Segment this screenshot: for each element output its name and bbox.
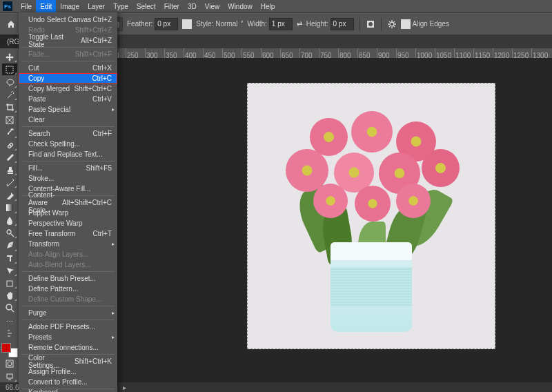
menu-item-content-aware-scale[interactable]: Content-Aware ScaleAlt+Shift+Ctrl+C [19,197,117,208]
history-brush-icon[interactable] [2,177,17,188]
menu-edit[interactable]: Edit [36,0,56,12]
menu-item-stroke[interactable]: Stroke... [19,173,117,184]
menu-select[interactable]: Select [132,0,160,12]
menu-item-define-pattern[interactable]: Define Pattern... [19,284,117,294]
stamp-tool-icon[interactable] [2,164,17,176]
eyedropper-tool-icon[interactable] [2,126,17,138]
zoom-tool-icon[interactable] [2,302,17,314]
menu-item-label: Stroke... [28,175,54,182]
menu-item-label: Paste [28,95,46,103]
menu-item-label: Presets [28,333,52,341]
healing-tool-icon[interactable] [2,139,17,151]
menu-item-define-brush-preset[interactable]: Define Brush Preset... [19,273,117,284]
menu-item-find-and-replace-text[interactable]: Find and Replace Text... [19,149,117,159]
brush-tool-icon[interactable] [2,152,17,164]
menu-window[interactable]: Window [224,0,257,12]
menu-item-shortcut: Shift+Ctrl+K [75,357,112,365]
menu-item-undo-select-canvas[interactable]: Undo Select CanvasCtrl+Z [19,14,117,25]
antialias-checkbox[interactable] [182,19,192,29]
menu-item-assign-profile[interactable]: Assign Profile... [19,366,117,377]
style-value[interactable]: Normal [215,20,237,28]
menu-item-remote-connections[interactable]: Remote Connections... [19,342,117,353]
frame-tool-icon[interactable] [2,114,17,126]
more-tools-icon[interactable]: ⋯ [2,315,17,327]
menu-item-label: Clear [28,116,45,124]
menu-filter[interactable]: Filter [160,0,184,12]
menu-item-copy-merged[interactable]: Copy MergedShift+Ctrl+C [19,84,117,94]
menu-item-copy[interactable]: CopyCtrl+C [19,73,117,84]
hand-tool-icon[interactable] [2,290,17,302]
blur-tool-icon[interactable] [2,215,17,226]
menu-item-transform[interactable]: Transform▸ [19,239,117,249]
chevron-right-icon[interactable]: ▸ [123,384,126,391]
crop-tool-icon[interactable] [2,101,17,113]
menu-item-clear[interactable]: Clear [19,115,117,125]
svg-point-17 [6,304,12,310]
text-tool-icon[interactable] [2,253,17,264]
menu-item-adobe-pdf-presets[interactable]: Adobe PDF Presets... [19,322,117,332]
menu-item-puppet-warp[interactable]: Puppet Warp [19,208,117,218]
svg-point-19 [8,362,12,366]
menu-view[interactable]: View [201,0,224,12]
dodge-tool-icon[interactable] [2,227,17,239]
swap-icon[interactable]: ⇄ [297,20,302,28]
menu-item-label: Paste Special [28,106,70,113]
gear-icon[interactable] [387,19,397,29]
menu-item-cut[interactable]: CutCtrl+X [19,63,117,73]
menu-item-shortcut: Ctrl+T [93,230,112,237]
menu-item-label: Fade... [28,50,50,58]
menu-item-purge[interactable]: Purge▸ [19,308,117,318]
menu-item-convert-to-profile[interactable]: Convert to Profile... [19,377,117,387]
path-tool-icon[interactable] [2,265,17,277]
menu-help[interactable]: Help [257,0,279,12]
menu-layer[interactable]: Layer [83,0,109,12]
menu-item-presets[interactable]: Presets▸ [19,332,117,342]
vase-illustration [331,242,412,332]
menu-item-paste-special[interactable]: Paste Special▸ [19,104,117,115]
menu-3d[interactable]: 3D [184,0,201,12]
edit-toolbar-icon[interactable] [2,328,17,340]
svg-rect-20 [7,374,12,378]
menu-item-label: Check Spelling... [28,140,80,148]
menu-item-label: Define Custom Shape... [28,295,101,303]
app-icon: Ps [3,1,12,11]
menu-item-paste[interactable]: PasteCtrl+V [19,94,117,104]
height-label: Height: [306,20,328,28]
screenmode-icon[interactable] [2,371,17,382]
foreground-color-swatch[interactable] [1,343,11,353]
align-edges-checkbox[interactable] [401,19,411,29]
eraser-tool-icon[interactable] [2,189,17,201]
menu-item-label: Remote Connections... [28,344,99,351]
tool-palette: ⋯ [0,48,19,382]
menu-type[interactable]: Type [109,0,132,12]
menu-item-fill[interactable]: Fill...Shift+F5 [19,163,117,173]
shape-tool-icon[interactable] [2,277,17,289]
pen-tool-icon[interactable] [2,239,17,251]
color-swatches[interactable] [1,343,18,357]
menu-item-search[interactable]: SearchCtrl+F [19,128,117,139]
width-input[interactable] [269,18,293,30]
chevron-down-icon[interactable]: ˅ [240,20,244,28]
magic-wand-tool-icon[interactable] [2,89,17,101]
mask-mode-icon[interactable] [366,19,375,29]
menu-item-toggle-last-state[interactable]: Toggle Last StateAlt+Ctrl+Z [19,35,117,46]
menu-item-label: Copy [28,75,44,82]
menu-item-label: Define Brush Preset... [28,275,96,282]
menu-item-shortcut: Ctrl+X [92,64,112,72]
menu-image[interactable]: Image [56,0,83,12]
marquee-tool-icon[interactable] [2,63,17,75]
height-input[interactable] [331,18,354,30]
lasso-tool-icon[interactable] [2,76,17,88]
menu-item-check-spelling[interactable]: Check Spelling... [19,139,117,149]
menu-item-perspective-warp[interactable]: Perspective Warp [19,218,117,228]
home-icon[interactable] [4,17,18,31]
menu-item-color-settings[interactable]: Color Settings...Shift+Ctrl+K [19,356,117,366]
quickmask-icon[interactable] [2,358,17,370]
menu-item-label: Free Transform [28,230,75,237]
feather-input[interactable] [155,18,178,30]
document-canvas[interactable] [247,83,495,349]
move-tool-icon[interactable] [2,51,17,63]
menu-item-free-transform[interactable]: Free TransformCtrl+T [19,228,117,239]
menu-file[interactable]: File [17,0,36,12]
gradient-tool-icon[interactable] [2,202,17,214]
